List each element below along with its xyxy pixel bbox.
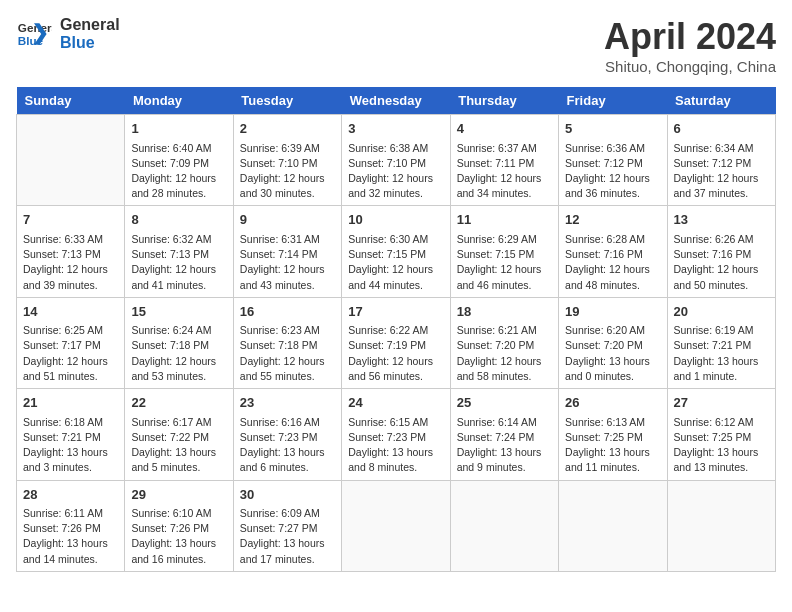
calendar-cell: 24Sunrise: 6:15 AMSunset: 7:23 PMDayligh… — [342, 389, 450, 480]
day-number: 22 — [131, 393, 226, 413]
calendar-cell: 9Sunrise: 6:31 AMSunset: 7:14 PMDaylight… — [233, 206, 341, 297]
day-number: 28 — [23, 485, 118, 505]
day-number: 2 — [240, 119, 335, 139]
logo-general-text: General — [60, 16, 120, 34]
cell-info: Sunrise: 6:38 AMSunset: 7:10 PMDaylight:… — [348, 141, 443, 202]
cell-info: Sunrise: 6:24 AMSunset: 7:18 PMDaylight:… — [131, 323, 226, 384]
cell-info: Sunrise: 6:19 AMSunset: 7:21 PMDaylight:… — [674, 323, 769, 384]
cell-info: Sunrise: 6:22 AMSunset: 7:19 PMDaylight:… — [348, 323, 443, 384]
calendar-cell — [17, 115, 125, 206]
day-number: 16 — [240, 302, 335, 322]
cell-info: Sunrise: 6:29 AMSunset: 7:15 PMDaylight:… — [457, 232, 552, 293]
day-number: 15 — [131, 302, 226, 322]
cell-info: Sunrise: 6:17 AMSunset: 7:22 PMDaylight:… — [131, 415, 226, 476]
day-header-wednesday: Wednesday — [342, 87, 450, 115]
cell-info: Sunrise: 6:36 AMSunset: 7:12 PMDaylight:… — [565, 141, 660, 202]
day-number: 5 — [565, 119, 660, 139]
title-area: April 2024 Shituo, Chongqing, China — [604, 16, 776, 75]
calendar-cell: 29Sunrise: 6:10 AMSunset: 7:26 PMDayligh… — [125, 480, 233, 571]
cell-info: Sunrise: 6:32 AMSunset: 7:13 PMDaylight:… — [131, 232, 226, 293]
day-header-friday: Friday — [559, 87, 667, 115]
day-number: 27 — [674, 393, 769, 413]
calendar-cell: 22Sunrise: 6:17 AMSunset: 7:22 PMDayligh… — [125, 389, 233, 480]
calendar-cell: 1Sunrise: 6:40 AMSunset: 7:09 PMDaylight… — [125, 115, 233, 206]
calendar-cell — [450, 480, 558, 571]
calendar-week-row: 28Sunrise: 6:11 AMSunset: 7:26 PMDayligh… — [17, 480, 776, 571]
day-number: 21 — [23, 393, 118, 413]
day-number: 13 — [674, 210, 769, 230]
day-number: 12 — [565, 210, 660, 230]
calendar-week-row: 14Sunrise: 6:25 AMSunset: 7:17 PMDayligh… — [17, 297, 776, 388]
calendar-cell: 26Sunrise: 6:13 AMSunset: 7:25 PMDayligh… — [559, 389, 667, 480]
day-number: 11 — [457, 210, 552, 230]
calendar-week-row: 1Sunrise: 6:40 AMSunset: 7:09 PMDaylight… — [17, 115, 776, 206]
logo-blue-text: Blue — [60, 34, 120, 52]
svg-text:General: General — [18, 21, 52, 34]
day-number: 3 — [348, 119, 443, 139]
calendar-cell: 12Sunrise: 6:28 AMSunset: 7:16 PMDayligh… — [559, 206, 667, 297]
day-number: 29 — [131, 485, 226, 505]
calendar-week-row: 7Sunrise: 6:33 AMSunset: 7:13 PMDaylight… — [17, 206, 776, 297]
calendar-cell: 6Sunrise: 6:34 AMSunset: 7:12 PMDaylight… — [667, 115, 775, 206]
cell-info: Sunrise: 6:13 AMSunset: 7:25 PMDaylight:… — [565, 415, 660, 476]
calendar-cell — [342, 480, 450, 571]
page-header: General Blue General Blue April 2024 Shi… — [16, 16, 776, 75]
calendar-cell: 5Sunrise: 6:36 AMSunset: 7:12 PMDaylight… — [559, 115, 667, 206]
cell-info: Sunrise: 6:25 AMSunset: 7:17 PMDaylight:… — [23, 323, 118, 384]
calendar-cell: 16Sunrise: 6:23 AMSunset: 7:18 PMDayligh… — [233, 297, 341, 388]
calendar-cell: 14Sunrise: 6:25 AMSunset: 7:17 PMDayligh… — [17, 297, 125, 388]
day-number: 14 — [23, 302, 118, 322]
calendar-cell: 8Sunrise: 6:32 AMSunset: 7:13 PMDaylight… — [125, 206, 233, 297]
day-number: 19 — [565, 302, 660, 322]
day-number: 23 — [240, 393, 335, 413]
day-number: 10 — [348, 210, 443, 230]
cell-info: Sunrise: 6:14 AMSunset: 7:24 PMDaylight:… — [457, 415, 552, 476]
calendar-cell: 4Sunrise: 6:37 AMSunset: 7:11 PMDaylight… — [450, 115, 558, 206]
calendar-cell: 27Sunrise: 6:12 AMSunset: 7:25 PMDayligh… — [667, 389, 775, 480]
cell-info: Sunrise: 6:23 AMSunset: 7:18 PMDaylight:… — [240, 323, 335, 384]
calendar-cell: 15Sunrise: 6:24 AMSunset: 7:18 PMDayligh… — [125, 297, 233, 388]
calendar-cell: 11Sunrise: 6:29 AMSunset: 7:15 PMDayligh… — [450, 206, 558, 297]
day-number: 7 — [23, 210, 118, 230]
cell-info: Sunrise: 6:12 AMSunset: 7:25 PMDaylight:… — [674, 415, 769, 476]
day-header-saturday: Saturday — [667, 87, 775, 115]
cell-info: Sunrise: 6:20 AMSunset: 7:20 PMDaylight:… — [565, 323, 660, 384]
cell-info: Sunrise: 6:18 AMSunset: 7:21 PMDaylight:… — [23, 415, 118, 476]
day-header-sunday: Sunday — [17, 87, 125, 115]
logo-icon: General Blue — [16, 16, 52, 52]
calendar-cell: 28Sunrise: 6:11 AMSunset: 7:26 PMDayligh… — [17, 480, 125, 571]
calendar-cell: 20Sunrise: 6:19 AMSunset: 7:21 PMDayligh… — [667, 297, 775, 388]
calendar-cell: 2Sunrise: 6:39 AMSunset: 7:10 PMDaylight… — [233, 115, 341, 206]
calendar-cell: 21Sunrise: 6:18 AMSunset: 7:21 PMDayligh… — [17, 389, 125, 480]
day-number: 1 — [131, 119, 226, 139]
calendar-cell — [667, 480, 775, 571]
calendar-cell — [559, 480, 667, 571]
day-header-monday: Monday — [125, 87, 233, 115]
calendar-cell: 10Sunrise: 6:30 AMSunset: 7:15 PMDayligh… — [342, 206, 450, 297]
cell-info: Sunrise: 6:09 AMSunset: 7:27 PMDaylight:… — [240, 506, 335, 567]
calendar-week-row: 21Sunrise: 6:18 AMSunset: 7:21 PMDayligh… — [17, 389, 776, 480]
day-number: 4 — [457, 119, 552, 139]
cell-info: Sunrise: 6:11 AMSunset: 7:26 PMDaylight:… — [23, 506, 118, 567]
calendar-cell: 23Sunrise: 6:16 AMSunset: 7:23 PMDayligh… — [233, 389, 341, 480]
location: Shituo, Chongqing, China — [604, 58, 776, 75]
day-number: 25 — [457, 393, 552, 413]
day-number: 18 — [457, 302, 552, 322]
calendar-cell: 25Sunrise: 6:14 AMSunset: 7:24 PMDayligh… — [450, 389, 558, 480]
calendar-cell: 17Sunrise: 6:22 AMSunset: 7:19 PMDayligh… — [342, 297, 450, 388]
cell-info: Sunrise: 6:10 AMSunset: 7:26 PMDaylight:… — [131, 506, 226, 567]
calendar-cell: 30Sunrise: 6:09 AMSunset: 7:27 PMDayligh… — [233, 480, 341, 571]
cell-info: Sunrise: 6:16 AMSunset: 7:23 PMDaylight:… — [240, 415, 335, 476]
day-number: 17 — [348, 302, 443, 322]
day-number: 20 — [674, 302, 769, 322]
calendar-cell: 18Sunrise: 6:21 AMSunset: 7:20 PMDayligh… — [450, 297, 558, 388]
day-number: 6 — [674, 119, 769, 139]
day-number: 30 — [240, 485, 335, 505]
calendar-cell: 7Sunrise: 6:33 AMSunset: 7:13 PMDaylight… — [17, 206, 125, 297]
day-number: 8 — [131, 210, 226, 230]
cell-info: Sunrise: 6:33 AMSunset: 7:13 PMDaylight:… — [23, 232, 118, 293]
cell-info: Sunrise: 6:31 AMSunset: 7:14 PMDaylight:… — [240, 232, 335, 293]
calendar-table: SundayMondayTuesdayWednesdayThursdayFrid… — [16, 87, 776, 572]
cell-info: Sunrise: 6:15 AMSunset: 7:23 PMDaylight:… — [348, 415, 443, 476]
calendar-cell: 19Sunrise: 6:20 AMSunset: 7:20 PMDayligh… — [559, 297, 667, 388]
